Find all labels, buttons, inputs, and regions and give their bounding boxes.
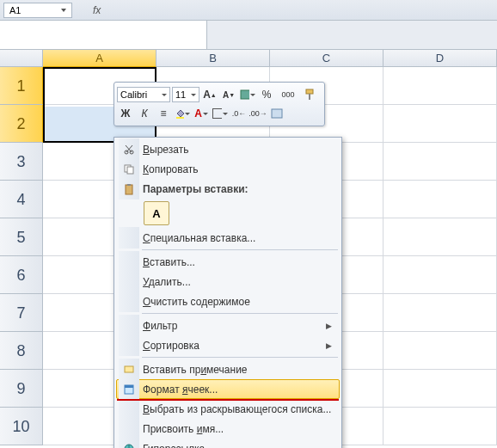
menu-label: Присвоить имя... <box>143 423 224 435</box>
svg-rect-2 <box>309 94 310 100</box>
svg-rect-14 <box>125 385 133 388</box>
menu-format-cells[interactable]: Формат ячеек... <box>116 379 340 399</box>
border-icon <box>212 108 222 119</box>
font-color-button[interactable]: A <box>193 105 210 122</box>
align-center-button[interactable]: ≡ <box>155 105 172 122</box>
menu-label: Специальная вставка... <box>143 232 255 244</box>
globe-icon <box>123 443 135 449</box>
menu-clear-contents[interactable]: Очистить содержимое <box>116 292 340 311</box>
chevron-down-icon <box>162 94 167 96</box>
bold-button[interactable]: Ж <box>117 105 134 122</box>
percent-button[interactable]: % <box>258 86 275 103</box>
row-header-8[interactable]: 8 <box>0 332 43 370</box>
row-header-9[interactable]: 9 <box>0 370 43 408</box>
row-header-6[interactable]: 6 <box>0 256 43 294</box>
merge-icon <box>271 108 283 119</box>
menu-paste-special[interactable]: Специальная вставка... <box>116 228 340 248</box>
paste-options-row: А <box>116 199 340 228</box>
row-header-7[interactable]: 7 <box>0 294 43 332</box>
svg-rect-1 <box>306 89 313 94</box>
menu-paste-options-label: Параметры вставки: <box>116 179 340 199</box>
copy-icon <box>123 163 135 175</box>
context-menu: Вырезать Копировать Параметры вставки: А… <box>114 137 342 448</box>
grow-font-button[interactable]: A▲ <box>201 86 218 103</box>
row-header-5[interactable]: 5 <box>0 218 43 256</box>
merge-button[interactable] <box>268 105 285 122</box>
chevron-right-icon: ▶ <box>326 322 332 330</box>
menu-label: Параметры вставки: <box>143 183 248 195</box>
menu-label: Гиперссылка... <box>143 443 213 449</box>
col-header-b[interactable]: B <box>156 50 270 67</box>
menu-pick-from-list[interactable]: Выбрать из раскрывающегося списка... <box>116 399 340 419</box>
format-painter-button[interactable] <box>301 86 318 103</box>
formula-bar: A1 fx <box>0 0 497 21</box>
accounting-format-button[interactable] <box>239 86 256 103</box>
shrink-font-button[interactable]: A▼ <box>220 86 237 103</box>
fill-color-button[interactable] <box>174 105 191 122</box>
menu-label: Копировать <box>143 163 199 175</box>
svg-rect-10 <box>126 185 132 194</box>
menu-label: Выбрать из раскрывающегося списка... <box>143 403 331 415</box>
decrease-decimal-button[interactable]: .00→ <box>249 105 267 122</box>
menu-insert[interactable]: Вставить... <box>116 252 340 272</box>
menu-label: Вставить... <box>143 256 195 268</box>
row-header-4[interactable]: 4 <box>0 181 43 218</box>
row-header-10[interactable]: 10 <box>0 408 43 445</box>
clipboard-icon <box>123 183 135 195</box>
menu-filter[interactable]: Фильтр ▶ <box>116 316 340 335</box>
chevron-right-icon: ▶ <box>326 341 332 350</box>
col-header-c[interactable]: C <box>270 50 383 67</box>
col-header-a[interactable]: A <box>43 50 156 67</box>
menu-label: Сортировка <box>143 340 199 352</box>
row-header-1[interactable]: 1 <box>0 67 43 105</box>
svg-rect-4 <box>213 109 223 119</box>
menu-insert-comment[interactable]: Вставить примечание <box>116 359 340 379</box>
font-size-combo[interactable]: 11 <box>172 87 199 102</box>
mini-toolbar: Calibri 11 A▲ A▼ % 000 Ж К ≡ A .0← .00→ <box>114 82 325 126</box>
svg-rect-12 <box>125 366 133 372</box>
chevron-down-icon <box>61 9 66 12</box>
row-header-2[interactable]: 2 <box>0 105 43 143</box>
scissors-icon <box>123 144 135 156</box>
menu-label: Вставить примечание <box>143 364 248 376</box>
svg-rect-9 <box>127 167 133 174</box>
paste-option-default[interactable]: А <box>144 201 169 225</box>
ribbon-area <box>0 21 497 50</box>
comment-icon <box>123 364 135 376</box>
select-all-corner[interactable] <box>0 50 43 67</box>
col-header-d[interactable]: D <box>383 50 497 67</box>
menu-hyperlink[interactable]: Гиперссылка... <box>116 439 340 448</box>
menu-label: Формат ячеек... <box>143 384 218 396</box>
menu-sort[interactable]: Сортировка ▶ <box>116 335 340 355</box>
svg-rect-11 <box>127 184 131 186</box>
menu-label: Удалить... <box>143 276 191 288</box>
svg-rect-0 <box>241 90 249 99</box>
menu-label: Очистить содержимое <box>143 296 250 308</box>
svg-rect-5 <box>272 109 282 118</box>
format-cells-icon <box>123 384 135 396</box>
name-box-value: A1 <box>9 5 21 15</box>
menu-label: Фильтр <box>143 320 177 332</box>
increase-decimal-button[interactable]: .0← <box>230 105 248 122</box>
menu-cut[interactable]: Вырезать <box>116 139 340 159</box>
font-name-combo[interactable]: Calibri <box>117 87 170 102</box>
menu-define-name[interactable]: Присвоить имя... <box>116 419 340 439</box>
name-box[interactable]: A1 <box>3 3 72 18</box>
menu-label: Вырезать <box>143 144 188 156</box>
menu-delete[interactable]: Удалить... <box>116 272 340 292</box>
bucket-icon <box>175 107 184 120</box>
borders-button[interactable] <box>212 105 229 122</box>
column-headers: A B C D <box>43 50 497 67</box>
italic-button[interactable]: К <box>136 105 153 122</box>
svg-rect-3 <box>176 117 184 119</box>
menu-copy[interactable]: Копировать <box>116 159 340 179</box>
fx-icon[interactable]: fx <box>93 4 101 16</box>
brush-icon <box>304 89 316 101</box>
row-headers: 1 2 3 4 5 6 7 8 9 10 <box>0 67 43 445</box>
row-header-3[interactable]: 3 <box>0 143 43 181</box>
comma-style-button[interactable]: 000 <box>277 86 299 103</box>
chevron-down-icon <box>191 94 196 96</box>
